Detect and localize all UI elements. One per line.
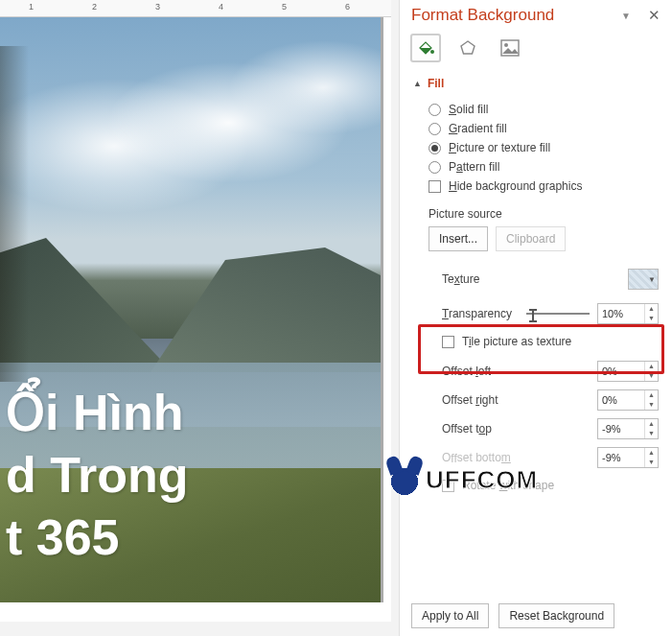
close-pane-button[interactable]: ✕ [648,7,660,24]
spinner-up-icon[interactable]: ▲ [645,390,658,400]
texture-row: Texture ▼ [400,265,672,294]
svg-point-2 [504,43,508,47]
transparency-label: Transparency [442,307,512,320]
transparency-row: Transparency ▲▼ [400,299,672,328]
clipboard-button[interactable]: Clipboard [496,226,566,251]
pane-header: Format Background ▼ ✕ [400,0,672,35]
horizontal-ruler: 1 2 3 4 5 6 [0,0,391,17]
offset-left-label: Offset left [442,365,491,378]
gradient-fill-option[interactable]: Gradient fill [429,119,660,138]
pattern-fill-option[interactable]: Pattern fill [429,157,660,177]
watermark-logo: UFFCOM [385,459,577,501]
spinner-down-icon[interactable]: ▼ [645,314,658,323]
chevron-down-icon: ▼ [648,275,658,284]
pane-title: Format Background [411,6,554,25]
checkbox-icon [442,336,454,348]
offset-right-row: Offset right ▲▼ [400,386,672,414]
spinner-up-icon[interactable]: ▲ [645,304,658,314]
format-background-pane: Format Background ▼ ✕ ▲ [399,0,672,636]
insert-picture-button[interactable]: Insert... [429,226,488,251]
slide-text-line: Ổi Hình [6,382,364,444]
spinner-down-icon[interactable]: ▼ [645,400,658,410]
offset-bottom-spinner[interactable]: ▲▼ [597,447,659,468]
option-label: SSolid fillolid fill [449,103,488,116]
ruler-mark: 2 [92,2,97,12]
slide-text-line: d Trong [6,444,364,506]
picture-source-label: Picture source [400,196,672,226]
offset-right-label: Offset right [442,393,498,407]
apply-to-all-button[interactable]: Apply to All [411,603,489,628]
svg-point-0 [430,50,434,54]
offset-left-row: Offset left ▲▼ [400,357,672,386]
radio-icon [429,142,441,154]
hide-bg-graphics-option[interactable]: Hide background graphics [429,177,660,196]
option-label: Tile picture as texture [462,335,571,348]
offset-top-label: Offset top [442,422,492,436]
fill-options: SSolid fillolid fill Gradient fill Pictu… [400,100,672,196]
ruler-mark: 1 [29,2,34,12]
ruler-mark: 3 [155,2,160,12]
pane-options-dropdown[interactable]: ▼ [621,11,631,21]
watermark-text: UFFCOM [426,465,538,495]
slide-text-line: t 365 [6,506,364,569]
slider-thumb-icon [532,309,534,322]
checkbox-icon [429,180,441,193]
spinner-up-icon[interactable]: ▲ [645,448,658,458]
option-label: Hide background graphics [449,179,582,193]
radio-icon [429,161,441,174]
fill-tab[interactable] [411,35,440,61]
pentagon-icon [458,38,477,58]
fill-section-label: Fill [428,77,444,90]
collapse-triangle-icon: ▲ [413,79,422,88]
spinner-up-icon[interactable]: ▲ [645,362,658,371]
effects-tab[interactable] [453,35,482,61]
picture-icon [500,39,520,57]
offset-top-spinner[interactable]: ▲▼ [597,418,659,439]
picture-tab[interactable] [496,35,524,61]
texture-label: Texture [442,272,479,286]
offset-left-spinner[interactable]: ▲▼ [597,361,659,382]
slide-editor: 1 2 3 4 5 6 Ổi Hình d Trong t 365 [0,0,391,622]
bull-icon [385,460,424,499]
slide-title-text[interactable]: Ổi Hình d Trong t 365 [0,382,364,569]
tree-shape [0,46,29,382]
offset-right-input[interactable] [598,390,644,410]
radio-icon [429,123,441,135]
radio-icon [429,104,441,116]
option-label: Pattern fill [449,160,499,174]
spinner-down-icon[interactable]: ▼ [645,371,658,381]
transparency-input[interactable] [598,304,644,323]
ruler-mark: 5 [282,2,287,12]
offset-top-row: Offset top ▲▼ [400,414,672,443]
offset-right-spinner[interactable]: ▲▼ [597,389,659,411]
spinner-down-icon[interactable]: ▼ [645,429,658,438]
fill-section-header[interactable]: ▲ Fill [400,73,672,100]
ruler-mark: 6 [345,2,350,12]
option-label: Picture or texture fill [449,141,550,154]
offset-left-input[interactable] [598,362,644,381]
ruler-mark: 4 [219,2,223,12]
category-tabs [400,35,672,73]
reset-background-button[interactable]: Reset Background [498,603,614,628]
offset-top-input[interactable] [598,419,644,438]
option-label: Gradient fill [449,122,507,135]
picture-fill-option[interactable]: Picture or texture fill [429,138,660,157]
spinner-down-icon[interactable]: ▼ [645,458,658,467]
slide-canvas[interactable]: Ổi Hình d Trong t 365 [0,17,383,602]
texture-picker-button[interactable]: ▼ [628,269,659,290]
solid-fill-option[interactable]: SSolid fillolid fill [429,100,660,119]
transparency-spinner[interactable]: ▲▼ [597,303,659,324]
offset-bottom-input[interactable] [598,448,644,467]
transparency-slider[interactable] [526,308,590,319]
spinner-up-icon[interactable]: ▲ [645,419,658,429]
tile-picture-option[interactable]: Tile picture as texture [400,332,672,351]
paint-bucket-icon [416,38,435,58]
